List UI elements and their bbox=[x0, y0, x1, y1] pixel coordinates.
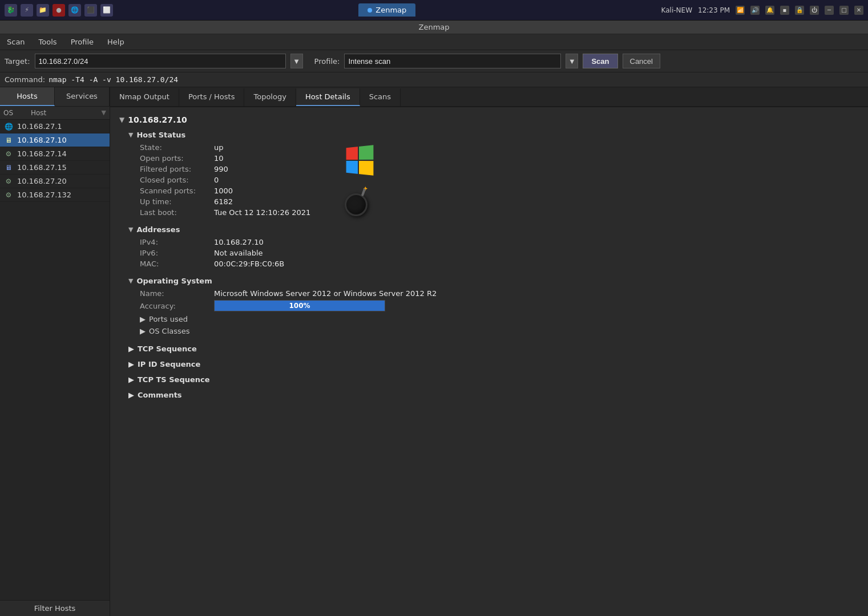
open-ports-value: 10 bbox=[214, 154, 224, 163]
tcp-sequence-section: ▶ TCP Sequence bbox=[128, 342, 859, 355]
win-q2 bbox=[359, 145, 373, 160]
app-icon2[interactable]: ⬜ bbox=[100, 4, 113, 17]
accuracy-bar-fill: 100% bbox=[215, 301, 385, 311]
menu-profile[interactable]: Profile bbox=[68, 37, 96, 47]
zenmap-tab[interactable]: Zenmap bbox=[358, 3, 415, 17]
terminal-icon[interactable]: ⬛ bbox=[84, 4, 97, 17]
tcp-ts-sequence-header[interactable]: ▶ TCP TS Sequence bbox=[128, 373, 859, 386]
tab-scans[interactable]: Scans bbox=[360, 88, 401, 106]
minimize-btn[interactable]: ─ bbox=[825, 6, 834, 15]
mac-value: 00:0C:29:FB:C0:6B bbox=[214, 260, 284, 268]
menu-help[interactable]: Help bbox=[105, 37, 127, 47]
host-status-section[interactable]: ▼ Host Status bbox=[128, 129, 859, 141]
host-icon-3: 🖥 bbox=[3, 164, 14, 172]
tcp-ts-label: TCP TS Sequence bbox=[138, 375, 210, 384]
lock-icon[interactable]: 🔒 bbox=[795, 6, 804, 15]
menu-tools[interactable]: Tools bbox=[37, 37, 59, 47]
tab-topology[interactable]: Topology bbox=[244, 88, 296, 106]
target-label: Target: bbox=[5, 57, 30, 66]
tcp-sequence-header[interactable]: ▶ TCP Sequence bbox=[128, 342, 859, 355]
ip-id-sequence-header[interactable]: ▶ IP ID Sequence bbox=[128, 358, 859, 371]
field-os-name: Name: Microsoft Windows Server 2012 or W… bbox=[140, 288, 859, 299]
host-ip-5: 10.168.27.132 bbox=[17, 191, 71, 199]
speaker-icon[interactable]: 🔊 bbox=[750, 6, 760, 15]
maximize-btn[interactable]: □ bbox=[839, 6, 849, 15]
os-classes-subsection: ▶ OS Classes bbox=[140, 326, 859, 337]
zenmap-window: Zenmap Scan Tools Profile Help Target: ▼… bbox=[0, 21, 868, 616]
tcp-ts-sequence-section: ▶ TCP TS Sequence bbox=[128, 373, 859, 386]
profile-input[interactable] bbox=[344, 54, 561, 68]
host-ip-title: 10.168.27.10 bbox=[128, 115, 187, 124]
profile-label: Profile: bbox=[314, 57, 340, 66]
field-ipv4: IPv4: 10.168.27.10 bbox=[140, 237, 859, 248]
target-dropdown-btn[interactable]: ▼ bbox=[290, 54, 303, 68]
ip-id-sequence-section: ▶ IP ID Sequence bbox=[128, 358, 859, 371]
red-icon[interactable]: ● bbox=[53, 4, 65, 17]
host-item-3[interactable]: 🖥 10.168.27.15 bbox=[0, 161, 110, 175]
host-details-block: ▼ Host Status State: up Open ports: 10 bbox=[128, 129, 859, 402]
tray-icon1: ▪ bbox=[780, 6, 789, 15]
closed-ports-value: 0 bbox=[214, 176, 219, 184]
globe-icon[interactable]: 🌐 bbox=[68, 4, 81, 17]
host-collapse-arrow[interactable]: ▼ bbox=[119, 116, 124, 124]
ip-id-label: IP ID Sequence bbox=[138, 360, 200, 368]
field-scanned-ports: Scanned ports: 1000 bbox=[140, 185, 310, 196]
lightning-icon[interactable]: ⚡ bbox=[21, 4, 33, 17]
comments-section: ▶ Comments bbox=[128, 388, 859, 402]
ip-id-arrow: ▶ bbox=[128, 360, 134, 368]
field-state: State: up bbox=[140, 142, 310, 153]
windows-logo-icon bbox=[346, 145, 374, 176]
tab-hosts[interactable]: Hosts bbox=[0, 87, 55, 106]
addresses-fields: IPv4: 10.168.27.10 IPv6: Not available M… bbox=[140, 237, 859, 269]
os-decorative-icons bbox=[345, 141, 372, 218]
zenmap-header: Zenmap bbox=[0, 21, 868, 34]
host-item-5[interactable]: ⚙ 10.168.27.132 bbox=[0, 188, 110, 202]
field-closed-ports: Closed ports: 0 bbox=[140, 175, 310, 185]
scan-button[interactable]: Scan bbox=[583, 54, 617, 68]
host-item-selected[interactable]: 🖥 10.168.27.10 bbox=[0, 133, 110, 147]
bell-icon[interactable]: 🔔 bbox=[765, 6, 774, 15]
ports-used-title[interactable]: ▶ Ports used bbox=[140, 314, 859, 325]
ports-used-arrow: ▶ bbox=[140, 315, 146, 323]
filtered-ports-value: 990 bbox=[214, 165, 228, 173]
target-input[interactable] bbox=[35, 54, 286, 68]
bomb-container bbox=[345, 193, 372, 216]
last-boot-value: Tue Oct 12 12:10:26 2021 bbox=[214, 208, 310, 217]
tab-ports-hosts[interactable]: Ports / Hosts bbox=[179, 88, 245, 106]
profile-dropdown-btn[interactable]: ▼ bbox=[566, 54, 578, 68]
os-title[interactable]: ▼ Operating System bbox=[128, 275, 859, 287]
os-classes-label: OS Classes bbox=[149, 327, 190, 335]
host-status-arrow: ▼ bbox=[128, 131, 133, 139]
comments-arrow: ▶ bbox=[128, 391, 134, 399]
filter-hosts-button[interactable]: Filter Hosts bbox=[0, 600, 110, 616]
main-area: Hosts Services OS Host ▼ 🌐 10.168.27.1 🖥… bbox=[0, 87, 868, 616]
tab-host-details[interactable]: Host Details bbox=[296, 88, 360, 106]
close-btn[interactable]: ✕ bbox=[854, 6, 863, 15]
addresses-title[interactable]: ▼ Addresses bbox=[128, 224, 859, 236]
cancel-button[interactable]: Cancel bbox=[623, 54, 660, 68]
power-icon[interactable]: ⏻ bbox=[810, 6, 819, 15]
ports-used-subsection: ▶ Ports used bbox=[140, 314, 859, 325]
host-item-4[interactable]: ⚙ 10.168.27.20 bbox=[0, 175, 110, 188]
host-ip-4: 10.168.27.20 bbox=[17, 177, 67, 185]
files-icon[interactable]: 📁 bbox=[37, 4, 49, 17]
host-icon-4: ⚙ bbox=[3, 177, 14, 185]
field-accuracy: Accuracy: 100% bbox=[140, 299, 859, 313]
command-row: Command: nmap -T4 -A -v 10.168.27.0/24 bbox=[0, 72, 868, 87]
host-icon-0: 🌐 bbox=[3, 123, 14, 131]
field-ipv6: IPv6: Not available bbox=[140, 248, 859, 258]
sidebar: Hosts Services OS Host ▼ 🌐 10.168.27.1 🖥… bbox=[0, 87, 110, 616]
tab-services[interactable]: Services bbox=[55, 87, 110, 106]
comments-header[interactable]: ▶ Comments bbox=[128, 388, 859, 402]
host-icon-2: ⚙ bbox=[3, 150, 14, 158]
titlebar-icons: 🐉 ⚡ 📁 ● 🌐 ⬛ ⬜ bbox=[5, 4, 113, 17]
ipv4-label: IPv4: bbox=[140, 238, 214, 246]
titlebar-right: Kali-NEW 12:23 PM 📶 🔊 🔔 ▪ 🔒 ⏻ ─ □ ✕ bbox=[661, 6, 863, 15]
menubar: Scan Tools Profile Help bbox=[0, 34, 868, 50]
host-item[interactable]: 🌐 10.168.27.1 bbox=[0, 120, 110, 133]
tab-nmap-output[interactable]: Nmap Output bbox=[110, 88, 179, 106]
os-classes-title[interactable]: ▶ OS Classes bbox=[140, 326, 859, 337]
titlebar-tab-label: Zenmap bbox=[376, 6, 406, 14]
menu-scan[interactable]: Scan bbox=[5, 37, 27, 47]
host-item-2[interactable]: ⚙ 10.168.27.14 bbox=[0, 147, 110, 161]
